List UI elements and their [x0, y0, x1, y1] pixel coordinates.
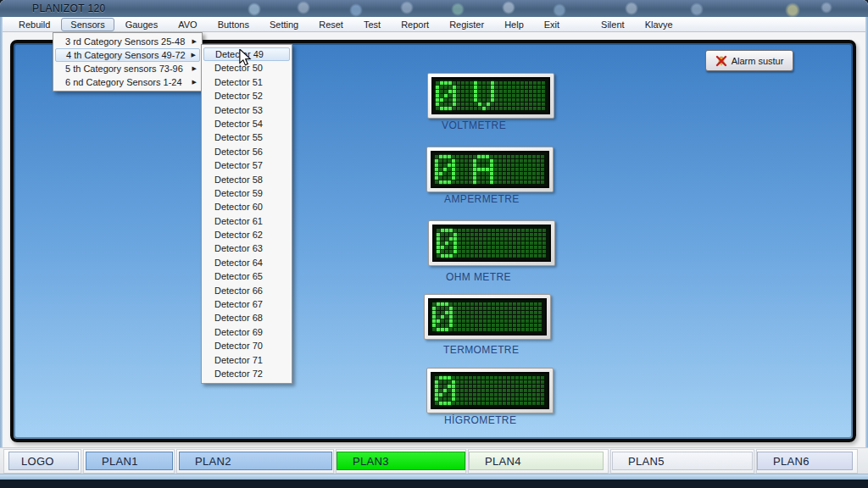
- title-bar[interactable]: PLANIZOT 120: [0, 0, 868, 18]
- led-dot: [520, 90, 524, 93]
- button-plan3[interactable]: PLAN3: [337, 452, 465, 470]
- led-dot: [503, 376, 506, 380]
- submenu-item-detector-69[interactable]: Detector 69: [203, 325, 290, 339]
- led-dot: [490, 155, 493, 158]
- submenu-item-detector-56[interactable]: Detector 56: [203, 145, 290, 158]
- submenu-item-detector-57[interactable]: Detector 57: [203, 158, 290, 172]
- submenu-item-detector-54[interactable]: Detector 54: [203, 117, 290, 130]
- led-dot: [533, 94, 537, 97]
- led-dot: [443, 397, 447, 401]
- sensors-menu-item[interactable]: 4 th Category Sensors 49-72▶: [55, 48, 200, 62]
- led-dot: [475, 328, 478, 331]
- led-dot: [509, 328, 512, 331]
- button-plan2[interactable]: PLAN2: [179, 452, 332, 470]
- submenu-item-detector-59[interactable]: Detector 59: [203, 186, 290, 200]
- led-dot-lit: [435, 159, 438, 163]
- submenu-item-detector-62[interactable]: Detector 62: [203, 228, 290, 241]
- alarm-mute-button[interactable]: Alarm sustur: [705, 50, 793, 71]
- led-dot: [520, 155, 523, 158]
- menu-item-setting[interactable]: Setting: [260, 18, 308, 31]
- menu-item-register[interactable]: Register: [440, 18, 493, 31]
- submenu-item-detector-72[interactable]: Detector 72: [203, 367, 290, 380]
- led-dot: [530, 319, 533, 323]
- led-dot: [486, 180, 489, 184]
- button-logo[interactable]: LOGO: [8, 452, 79, 470]
- led-dot: [541, 159, 544, 163]
- led-dot: [492, 302, 495, 306]
- sensors-menu-item[interactable]: 5 th Category sensors 73-96▶: [55, 62, 200, 75]
- led-dot: [542, 233, 546, 236]
- menu-item-report[interactable]: Report: [392, 18, 438, 31]
- led-dot: [499, 81, 503, 85]
- submenu-item-detector-71[interactable]: Detector 71: [203, 353, 290, 367]
- led-dot: [520, 402, 523, 405]
- led-dot: [470, 81, 473, 85]
- submenu-item-detector-53[interactable]: Detector 53: [203, 103, 290, 117]
- led-dot: [496, 307, 499, 310]
- led-dot: [515, 393, 519, 396]
- led-dot: [457, 90, 460, 93]
- led-dot: [445, 250, 448, 253]
- led-dot: [515, 172, 519, 175]
- led-dot: [534, 254, 537, 258]
- led-dot-lit: [491, 94, 494, 97]
- sensors-menu-item[interactable]: 6 nd Category Sensors 1-24▶: [55, 75, 200, 89]
- led-dot: [534, 311, 537, 314]
- submenu-item-detector-55[interactable]: Detector 55: [203, 130, 290, 144]
- led-dot: [487, 98, 490, 102]
- button-plan6[interactable]: PLAN6: [757, 452, 853, 470]
- button-plan5[interactable]: PLAN5: [612, 452, 753, 470]
- submenu-item-detector-64[interactable]: Detector 64: [203, 256, 290, 269]
- menu-item-test[interactable]: Test: [354, 18, 390, 31]
- submenu-item-detector-52[interactable]: Detector 52: [203, 89, 290, 103]
- button-plan4[interactable]: PLAN4: [469, 452, 604, 470]
- menu-item-gauges[interactable]: Gauges: [116, 18, 168, 31]
- submenu-item-detector-67[interactable]: Detector 67: [203, 297, 290, 311]
- submenu-item-detector-58[interactable]: Detector 58: [203, 173, 290, 186]
- led-dot: [520, 393, 523, 396]
- led-dot: [509, 324, 512, 327]
- submenu-item-detector-63[interactable]: Detector 63: [203, 241, 290, 255]
- menu-item-rebuild[interactable]: Rebuild: [9, 18, 59, 31]
- submenu-item-detector-51[interactable]: Detector 51: [203, 75, 290, 89]
- led-dot: [520, 81, 524, 85]
- led-dot: [537, 90, 541, 93]
- menu-item-sensors[interactable]: Sensors: [61, 18, 114, 31]
- menu-item-exit[interactable]: Exit: [535, 18, 569, 31]
- menu-item-silent[interactable]: Silent: [592, 18, 634, 31]
- led-dot: [520, 98, 524, 102]
- led-dot: [503, 393, 506, 396]
- led-dot-lit: [435, 389, 438, 392]
- submenu-item-detector-68[interactable]: Detector 68: [203, 311, 290, 324]
- submenu-item-detector-70[interactable]: Detector 70: [203, 339, 290, 352]
- led-dot: [486, 176, 489, 180]
- led-dot-lit: [449, 254, 453, 258]
- button-plan1[interactable]: PLAN1: [86, 452, 173, 470]
- led-dot: [541, 402, 544, 405]
- led-dot: [499, 98, 503, 102]
- led-dot: [487, 86, 490, 89]
- led-dot: [520, 164, 523, 167]
- led-dot-lit: [440, 107, 443, 110]
- menu-item-avo[interactable]: AVO: [169, 18, 206, 31]
- submenu-item-detector-60[interactable]: Detector 60: [203, 200, 290, 214]
- led-dot: [477, 380, 481, 384]
- submenu-item-detector-65[interactable]: Detector 65: [203, 269, 290, 283]
- led-dot: [465, 376, 468, 380]
- sensors-menu-item[interactable]: 3 rd Category Sensors 25-48▶: [55, 35, 200, 48]
- led-dot: [513, 307, 516, 310]
- led-dot: [509, 254, 512, 258]
- led-dot: [458, 233, 461, 236]
- led-dot: [532, 380, 536, 384]
- led-dot: [465, 389, 468, 392]
- submenu-item-detector-66[interactable]: Detector 66: [203, 284, 290, 297]
- menu-item-klavye[interactable]: Klavye: [636, 18, 682, 31]
- led-dot-lit: [452, 176, 455, 180]
- menu-item-buttons[interactable]: Buttons: [209, 18, 259, 31]
- led-dot: [500, 311, 504, 314]
- led-dot: [487, 229, 491, 232]
- menu-item-reset[interactable]: Reset: [309, 18, 353, 31]
- menu-item-help[interactable]: Help: [495, 18, 533, 31]
- led-dot: [437, 229, 440, 232]
- submenu-item-detector-61[interactable]: Detector 61: [203, 214, 290, 228]
